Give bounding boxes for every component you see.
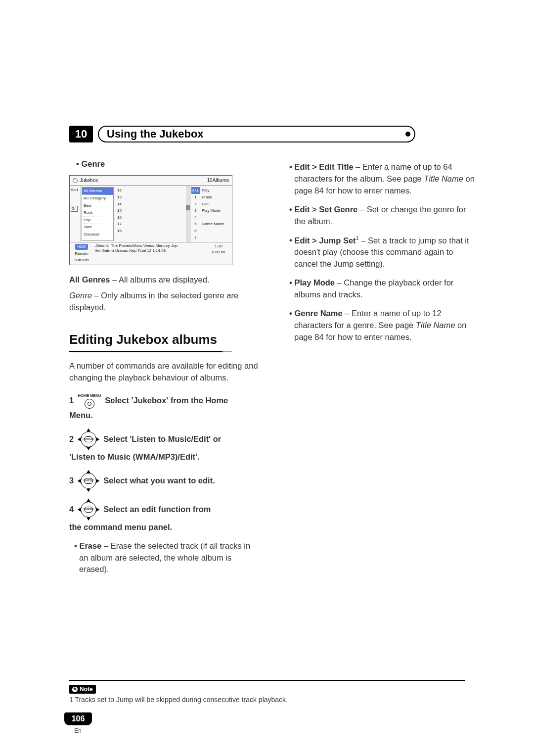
cmd-genre-name: Genre Name – Enter a name of up to 12 ch… (289, 308, 475, 343)
chapter-number-badge: 10 (69, 126, 93, 142)
chapter-title: Using the Jukebox (107, 128, 204, 141)
page-footer: 106 En (64, 712, 92, 734)
ss-group-btn[interactable]: Gr- (71, 206, 78, 212)
note-badge: ✎ Note (69, 685, 96, 694)
step-1: 1 HOME MENU Select 'Jukebox' from the Ho… (69, 393, 260, 422)
ss-album-list[interactable]: 12 13 14 15 16 17 18 (115, 186, 132, 242)
cmd-erase: Erase – Erase the selected track (if all… (74, 540, 260, 576)
ss-album-count: 10Albums (207, 177, 229, 185)
pill-end-dot (405, 132, 410, 137)
dpad-icon: ENTER (78, 470, 99, 492)
step-text: Select what you want to edit. (103, 475, 215, 487)
step-text: Select an edit function from (103, 504, 211, 516)
note-text: 1 Tracks set to Jump will be skipped dur… (69, 696, 465, 704)
ss-remain-value: 60h30m (75, 257, 89, 263)
ss-command-list: ALLPlay 1Erase 2Edit 3Play Mode 4 5Genre… (190, 186, 232, 242)
ss-genre-item[interactable]: Pop (82, 217, 113, 224)
ss-genre-item[interactable]: Classical (82, 231, 113, 238)
ss-genre-item[interactable]: No Category (82, 195, 113, 202)
cmd-jump-set: Edit > Jump Set1 – Set a track to jump s… (289, 235, 475, 270)
step-2: 2 ENTER Select 'Listen to Music/Edit' or… (69, 428, 260, 463)
right-column: Edit > Edit Title – Enter a name of up t… (284, 158, 475, 582)
step-number: 4 (69, 504, 74, 516)
jukebox-screenshot: Jukebox 10Albums Sort Gr- All Genres No … (69, 175, 232, 265)
ss-scrollbar[interactable] (186, 186, 190, 242)
step-4: 4 ENTER Select an edit function from the… (69, 499, 260, 533)
dpad-icon: ENTER (78, 428, 99, 450)
ss-genre-list[interactable]: All Genres No Category Best Rock Pop Jaz… (82, 187, 114, 241)
ss-title: Jukebox (80, 177, 98, 185)
section-intro: A number of commands are available for e… (69, 360, 260, 384)
ss-genre-item[interactable]: Rock (82, 209, 113, 217)
step-3: 3 ENTER Select what you want to edit. (69, 470, 260, 492)
step-text: Select 'Jukebox' from the Home (105, 395, 228, 407)
home-menu-button-icon: HOME MENU (78, 393, 101, 409)
section-title: Editing Jukebox albums (69, 331, 260, 349)
disc-icon (73, 178, 78, 183)
chapter-title-pill: Using the Jukebox (98, 126, 415, 142)
caption-all-genres: All Genres – All albums are displayed. (69, 274, 260, 286)
step-number: 3 (69, 475, 74, 487)
ss-sort-label: Sort (71, 187, 79, 193)
step-text-cont: Menu. (69, 410, 260, 422)
pencil-icon: ✎ (72, 687, 78, 692)
genre-heading: Genre (76, 158, 260, 170)
section-rule (69, 351, 232, 352)
chapter-header: 10 Using the Jukebox (69, 126, 415, 142)
ss-hdd-badge: HDD (75, 244, 88, 250)
step-text-cont: 'Listen to Music (WMA/MP3)/Edit'. (69, 451, 260, 463)
dpad-icon: ENTER (78, 499, 99, 520)
ss-genre-item[interactable]: Jazz (82, 224, 113, 231)
cmd-play-mode: Play Mode – Change the playback order fo… (289, 277, 475, 301)
step-text-cont: the command menu panel. (69, 521, 260, 533)
ss-remain-label: Remain (75, 251, 89, 257)
ss-genre-item[interactable]: Best (82, 202, 113, 210)
note-section: ✎ Note 1 Tracks set to Jump will be skip… (69, 680, 465, 704)
step-number: 1 (69, 395, 74, 407)
page-number-badge: 106 (64, 712, 92, 725)
step-text: Select 'Listen to Music/Edit' or (103, 433, 221, 445)
cmd-edit-title: Edit > Edit Title – Enter a name of up t… (289, 161, 475, 197)
cmd-set-genre: Edit > Set Genre – Set or change the gen… (289, 204, 475, 228)
left-column: Genre Jukebox 10Albums Sort Gr- All Genr… (69, 158, 260, 582)
ss-genre-all[interactable]: All Genres (82, 188, 113, 195)
language-label: En (74, 727, 92, 734)
step-number: 2 (69, 433, 74, 445)
caption-genre: Genre – Only albums in the selected genr… (69, 290, 260, 314)
